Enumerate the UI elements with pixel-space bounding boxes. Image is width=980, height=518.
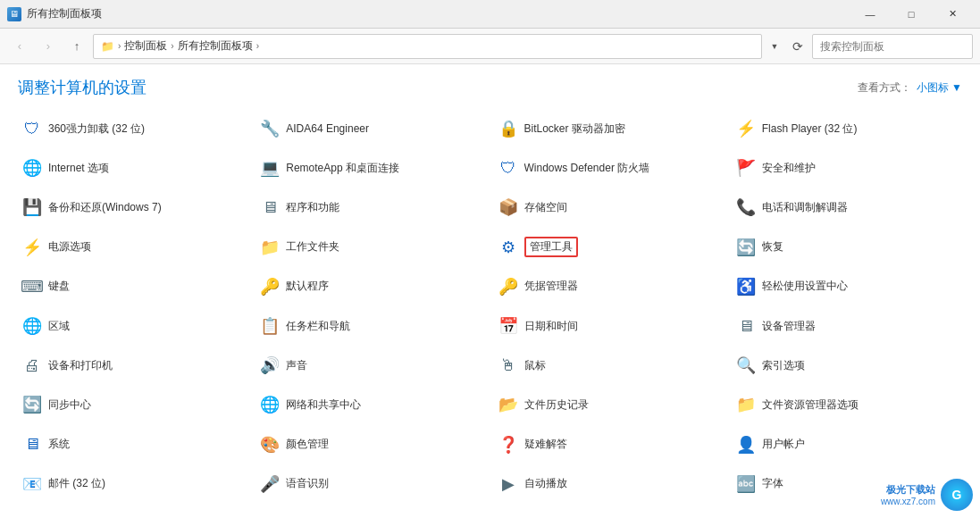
item-label: 工作文件夹 xyxy=(286,239,339,255)
grid-item[interactable]: 📁文件资源管理器选项 xyxy=(728,385,966,424)
item-icon: 🎤 xyxy=(259,473,281,495)
item-icon: 🛡 xyxy=(21,118,43,139)
path-dropdown-button[interactable]: ▼ xyxy=(766,34,783,59)
close-button[interactable]: ✕ xyxy=(932,0,973,29)
grid-item[interactable]: 🛡Windows Defender 防火墙 xyxy=(490,148,728,188)
grid-item[interactable]: 🌐区域 xyxy=(14,306,252,346)
item-icon: 🖥 xyxy=(21,434,43,455)
item-label: 电话和调制解调器 xyxy=(762,200,848,215)
app-icon: 🖥 xyxy=(7,7,21,21)
item-label: 文件资源管理器选项 xyxy=(762,397,859,413)
item-label: 电源选项 xyxy=(48,239,91,255)
grid-item[interactable]: 🌐网络和共享中心 xyxy=(252,385,490,424)
grid-item[interactable]: ⚡电源选项 xyxy=(14,228,252,267)
search-input[interactable] xyxy=(812,34,973,59)
grid-item[interactable]: 📧邮件 (32 位) xyxy=(14,464,252,504)
grid-item[interactable]: ♿轻松使用设置中心 xyxy=(728,267,966,306)
view-current[interactable]: 小图标 ▼ xyxy=(917,80,962,96)
item-icon: ⚡ xyxy=(21,237,43,258)
grid-item[interactable]: 🔧AIDA64 Engineer xyxy=(252,109,490,148)
item-label: 语音识别 xyxy=(286,476,329,491)
grid-item[interactable]: 👤用户帐户 xyxy=(728,425,966,464)
grid-item[interactable]: 🖥系统 xyxy=(14,425,252,464)
item-label: 存储空间 xyxy=(524,200,567,215)
grid-item[interactable]: 🔄同步中心 xyxy=(14,385,252,424)
item-label: 备份和还原(Windows 7) xyxy=(48,200,162,215)
grid-item[interactable]: 📂文件历史记录 xyxy=(490,385,728,424)
back-button[interactable]: ‹ xyxy=(7,34,32,59)
grid-item[interactable]: ⚙管理工具 xyxy=(490,228,728,267)
item-icon: 🛡 xyxy=(498,157,519,179)
grid-item[interactable]: 🖥程序和功能 xyxy=(252,188,490,227)
maximize-button[interactable]: □ xyxy=(891,0,932,29)
grid-item[interactable]: 🔑默认程序 xyxy=(252,267,490,306)
item-icon: 🖱 xyxy=(498,355,519,376)
item-label: 声音 xyxy=(286,358,307,373)
item-label: 自动播放 xyxy=(524,476,567,491)
grid-item[interactable]: 🖱鼠标 xyxy=(490,346,728,385)
content-area: 调整计算机的设置 查看方式： 小图标 ▼ 🛡360强力卸载 (32 位)🔧AID… xyxy=(0,64,980,518)
grid-item[interactable]: 🎤语音识别 xyxy=(252,464,490,504)
grid-item[interactable]: 🚩安全和维护 xyxy=(728,148,966,188)
address-right-controls: ▼ ⟳ xyxy=(766,34,973,59)
grid-item[interactable]: 🛡360强力卸载 (32 位) xyxy=(14,109,252,148)
address-bar: ‹ › ↑ 📁 › 控制面板 › 所有控制面板项 › ▼ ⟳ xyxy=(0,29,980,64)
grid-item[interactable]: 🔄恢复 xyxy=(728,228,966,267)
grid-item[interactable]: 📦存储空间 xyxy=(490,188,728,227)
item-icon: 💻 xyxy=(259,157,281,179)
grid-item[interactable]: 🎨颜色管理 xyxy=(252,425,490,464)
grid-item[interactable]: 💾备份和还原(Windows 7) xyxy=(14,188,252,227)
grid-item[interactable]: 📞电话和调制解调器 xyxy=(728,188,966,227)
grid-item[interactable]: 📋任务栏和导航 xyxy=(252,306,490,346)
grid-item[interactable]: 🔒BitLocker 驱动器加密 xyxy=(490,109,728,148)
grid-item[interactable]: 🖥设备管理器 xyxy=(728,306,966,346)
grid-item[interactable]: 🔑凭据管理器 xyxy=(490,267,728,306)
item-icon: ❓ xyxy=(498,434,519,455)
minimize-button[interactable]: — xyxy=(850,0,891,29)
item-label: 默认程序 xyxy=(286,279,329,294)
item-label: BitLocker 驱动器加密 xyxy=(524,121,625,137)
forward-button[interactable]: › xyxy=(36,34,61,59)
address-path[interactable]: 📁 › 控制面板 › 所有控制面板项 › xyxy=(93,34,762,59)
item-icon: 🔒 xyxy=(498,118,519,139)
path-all-items: 所有控制面板项 xyxy=(178,38,253,54)
item-icon: 🖥 xyxy=(735,315,757,337)
grid-item[interactable]: 📁工作文件夹 xyxy=(252,228,490,267)
item-label: 索引选项 xyxy=(762,358,805,373)
item-icon: ♿ xyxy=(735,276,757,297)
grid-item[interactable]: 💻RemoteApp 和桌面连接 xyxy=(252,148,490,188)
item-icon: 🌐 xyxy=(21,157,43,179)
grid-item[interactable]: 🔍索引选项 xyxy=(728,346,966,385)
item-label: 恢复 xyxy=(762,239,783,255)
grid-item[interactable]: 🖨设备和打印机 xyxy=(14,346,252,385)
grid-item[interactable]: ⌨键盘 xyxy=(14,267,252,306)
item-icon: ⌨ xyxy=(21,276,43,297)
item-icon: 📞 xyxy=(735,196,757,218)
item-label: Windows Defender 防火墙 xyxy=(524,161,650,176)
item-icon: 💾 xyxy=(21,196,43,218)
grid-item[interactable]: ❓疑难解答 xyxy=(490,425,728,464)
item-icon: ▶ xyxy=(498,473,519,495)
item-label: 任务栏和导航 xyxy=(286,319,350,334)
grid-item[interactable]: 🌐Internet 选项 xyxy=(14,148,252,188)
item-label: 网络和共享中心 xyxy=(286,397,361,413)
item-icon: 🔧 xyxy=(259,118,281,139)
watermark-logo: G xyxy=(941,479,973,511)
up-button[interactable]: ↑ xyxy=(64,34,89,59)
item-icon: 🔄 xyxy=(735,237,757,258)
grid-item[interactable]: 🔊声音 xyxy=(252,346,490,385)
refresh-button[interactable]: ⟳ xyxy=(785,34,810,59)
grid-item[interactable]: ▶自动播放 xyxy=(490,464,728,504)
content-header: 调整计算机的设置 查看方式： 小图标 ▼ xyxy=(0,64,980,105)
item-icon: 📧 xyxy=(21,473,43,495)
item-label: 同步中心 xyxy=(48,397,91,413)
grid-item[interactable]: ⚡Flash Player (32 位) xyxy=(728,109,966,148)
grid-item[interactable]: 📅日期和时间 xyxy=(490,306,728,346)
window-controls: — □ ✕ xyxy=(850,0,973,29)
item-label: 360强力卸载 (32 位) xyxy=(48,121,145,137)
item-icon: ⚡ xyxy=(735,118,757,139)
item-label: 键盘 xyxy=(48,279,70,294)
item-icon: 📋 xyxy=(259,315,281,337)
item-label: 鼠标 xyxy=(524,358,546,373)
path-icon: 📁 xyxy=(101,40,114,53)
